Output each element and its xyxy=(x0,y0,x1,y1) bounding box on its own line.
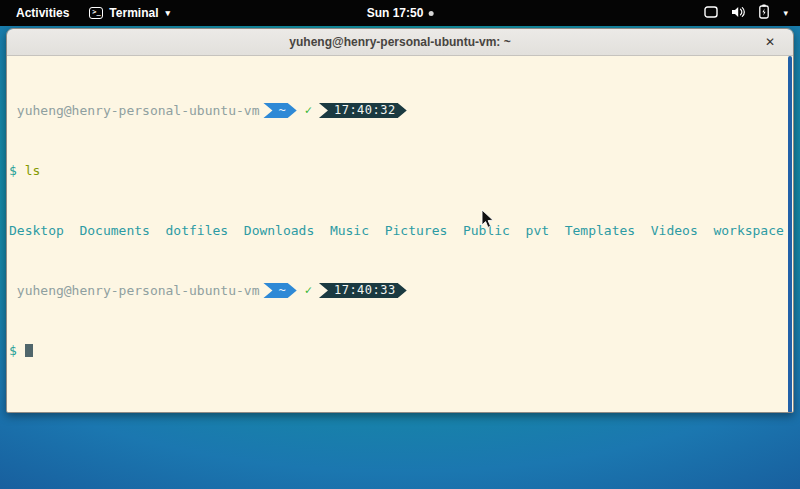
activities-button[interactable]: Activities xyxy=(10,4,75,22)
clock-label: Sun 17:50 xyxy=(367,6,424,20)
chevron-down-icon: ▾ xyxy=(783,8,788,18)
chevron-down-icon: ▾ xyxy=(165,8,170,18)
mouse-pointer-icon xyxy=(481,209,494,233)
prompt-line-1: yuheng@henry-personal-ubuntu-vm~✓17:40:3… xyxy=(9,103,793,118)
prompt-time-segment: 17:40:33 xyxy=(319,283,407,298)
prompt-status-check-icon: ✓ xyxy=(303,103,314,118)
prompt-path: ~ xyxy=(278,283,285,298)
app-menu-label: Terminal xyxy=(109,6,158,20)
command-text: ls xyxy=(25,163,41,178)
text-cursor xyxy=(25,344,33,357)
prompt-time-segment: 17:40:32 xyxy=(319,103,407,118)
notification-dot-icon xyxy=(428,11,433,16)
ls-output-line: Desktop Documents dotfiles Downloads Mus… xyxy=(9,223,793,238)
shell-prompt-symbol: $ xyxy=(9,163,17,178)
space xyxy=(17,343,25,358)
display-icon xyxy=(704,6,718,21)
prompt-line-2: yuheng@henry-personal-ubuntu-vm~✓17:40:3… xyxy=(9,283,793,298)
space xyxy=(17,163,25,178)
prompt-time: 17:40:33 xyxy=(334,283,396,298)
shell-prompt-symbol: $ xyxy=(9,343,17,358)
app-menu-terminal[interactable]: >_ Terminal ▾ xyxy=(89,6,170,20)
prompt-path-segment: ~ xyxy=(263,283,296,298)
top-bar: Activities >_ Terminal ▾ Sun 17:50 ▾ xyxy=(0,0,800,26)
window-title: yuheng@henry-personal-ubuntu-vm: ~ xyxy=(289,35,510,49)
battery-charging-icon xyxy=(759,4,769,22)
indent xyxy=(9,283,17,298)
prompt-path: ~ xyxy=(278,103,285,118)
system-status-area[interactable]: ▾ xyxy=(700,0,792,26)
indent xyxy=(9,103,17,118)
prompt-path-segment: ~ xyxy=(263,103,296,118)
volume-icon xyxy=(731,6,746,21)
clock-button[interactable]: Sun 17:50 xyxy=(367,6,434,20)
prompt-user: yuheng@henry-personal-ubuntu-vm xyxy=(17,103,260,118)
window-titlebar[interactable]: yuheng@henry-personal-ubuntu-vm: ~ ✕ xyxy=(7,29,793,56)
terminal-window: yuheng@henry-personal-ubuntu-vm: ~ ✕ yuh… xyxy=(6,28,794,413)
close-icon[interactable]: ✕ xyxy=(761,33,779,51)
prompt-user: yuheng@henry-personal-ubuntu-vm xyxy=(17,283,260,298)
prompt-status-check-icon: ✓ xyxy=(303,283,314,298)
input-line[interactable]: $ xyxy=(9,343,793,358)
terminal-body[interactable]: yuheng@henry-personal-ubuntu-vm~✓17:40:3… xyxy=(7,56,793,413)
command-line: $ ls xyxy=(9,163,793,178)
scrollbar[interactable] xyxy=(788,56,792,413)
prompt-time: 17:40:32 xyxy=(334,103,396,118)
desktop: Activities >_ Terminal ▾ Sun 17:50 ▾ xyxy=(0,0,800,489)
terminal-app-icon: >_ xyxy=(89,7,103,19)
top-bar-left: Activities >_ Terminal ▾ xyxy=(0,4,170,22)
